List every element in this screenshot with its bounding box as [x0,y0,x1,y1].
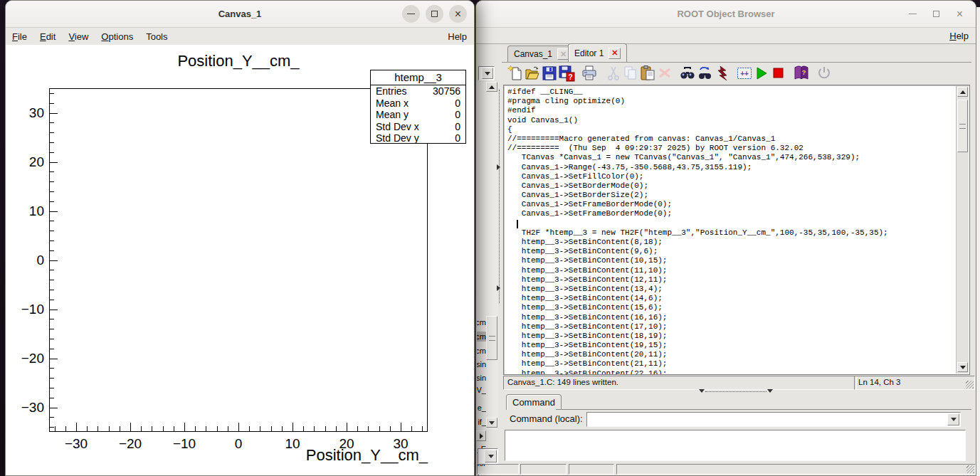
editor-line: Canvas_1->SetFrameBorderMode(0); [507,200,955,209]
toolbar-button-goto-line[interactable] [713,65,730,82]
status-segment [520,464,567,475]
command-input-combobox[interactable] [586,412,961,427]
toolbar-button-paste[interactable] [639,65,656,82]
y-axis-minor-tick [50,231,54,231]
toolbar-button-new-file[interactable] [507,65,524,82]
menu-file[interactable]: File [6,31,33,42]
tab-canvas_1[interactable]: Canvas_1✕ [507,46,576,62]
editor-line: TCanvas *Canvas_1 = new TCanvas("Canvas_… [507,153,955,162]
x-axis-minor-tick [390,426,391,431]
browser-file-list[interactable]: _cm_cm_cmsinsinV_e_if_if_c_Eioriorioron [476,82,498,430]
x-axis-title: Position_Y__cm_ [243,446,428,465]
toolbar-button-help-contents[interactable]: ? [793,65,810,82]
y-axis-minor-tick [50,417,54,418]
root-object-browser-window: ROOT Object Browser × Help _cm_cm_cmsins… [475,0,976,476]
y-tick-label: −10 [6,302,44,317]
goto-line-icon [713,65,730,82]
x-axis-minor-tick [314,426,315,431]
minimize-button[interactable] [402,5,420,23]
splitter-arrow-icon[interactable] [497,164,500,170]
y-axis-minor-tick [50,368,54,369]
menu-edit[interactable]: Edit [33,31,62,42]
toolbar-button-open[interactable] [524,65,541,82]
list-scroll-down-button[interactable] [486,418,497,428]
menu-options[interactable]: Options [95,31,139,42]
resize-grip[interactable] [966,465,974,473]
code-editor[interactable]: #ifdef __CLING__#pragma cling optimize(0… [503,85,970,375]
file-filter-combobox[interactable] [478,66,495,80]
command-output-box[interactable] [505,430,966,461]
stats-box[interactable]: htemp__3 Entries30756Mean x0Mean y0Std D… [370,70,466,144]
scroll-up-button[interactable] [957,87,968,97]
list-scroll-up-button[interactable] [486,82,497,92]
toolbar-button-interrupt[interactable] [770,65,787,82]
editor-line: Canvas_1->SetBorderMode(0); [507,181,955,191]
maximize-button[interactable] [927,5,945,23]
toolbar-button-save-as[interactable]: ? [558,65,575,82]
x-axis-minor-tick [325,426,326,431]
command-frame-line [556,409,971,410]
menu-view[interactable]: View [62,31,95,42]
y-axis-minor-tick [50,339,54,339]
x-tick-label: −30 [55,436,98,452]
close-icon: × [957,9,963,20]
splitter-arrow-icon[interactable] [767,389,773,393]
combobox-dropdown-button[interactable] [485,450,497,462]
draw-option-combobox[interactable] [478,448,498,464]
y-axis-minor-tick [50,300,54,300]
minimize-icon [407,14,415,14]
y-axis-tick [50,260,58,261]
plot-canvas[interactable]: Position_Y__cm_ −30−20−100102030−30−20−1… [6,45,474,475]
list-scrollbar-thumb[interactable] [486,316,497,360]
toolbar-button-execute[interactable] [753,65,770,82]
y-axis-minor-tick [50,142,54,143]
list-item[interactable]: e_ [477,403,486,413]
command-input[interactable] [589,414,946,425]
minimize-button[interactable] [904,5,922,23]
list-item[interactable]: V_ [477,385,486,395]
splitter-arrow-icon[interactable] [699,389,705,393]
x-axis-tick [238,423,239,431]
list-item[interactable]: if_ [477,417,486,427]
stats-value: 0 [455,132,460,144]
y-axis-tick [50,211,58,212]
toolbar-button-find-next[interactable] [696,65,713,82]
tab-editor-1[interactable]: Editor 1✕ [568,43,627,62]
resize-grip[interactable] [966,381,974,388]
tab-close-button[interactable]: ✕ [608,48,621,59]
toolbar-button-compile[interactable]: ++ [736,65,753,82]
close-button[interactable]: × [449,5,467,23]
combobox-dropdown-button[interactable] [482,68,493,79]
menu-tools[interactable]: Tools [139,31,174,42]
tab-command[interactable]: Command [506,394,562,410]
toolbar-button-save[interactable] [541,65,558,82]
editor-text-area[interactable]: #ifdef __CLING__#pragma cling optimize(0… [507,88,955,374]
svg-text:++: ++ [740,70,749,78]
editor-status-message: Canvas_1.C: 149 lines written. [503,376,857,390]
list-scroll-right-button[interactable] [476,430,486,441]
menu-help[interactable]: Help [448,31,474,42]
vertical-splitter[interactable] [499,90,500,303]
maximize-button[interactable] [426,5,443,23]
stats-row: Mean y0 [371,109,465,121]
toolbar-button-find[interactable] [679,65,696,82]
y-tick-label: 0 [6,253,44,268]
splitter-arrow-icon[interactable] [497,285,500,291]
list-item[interactable]: sin [477,359,486,369]
canvas-titlebar[interactable]: Canvas_1 × [6,1,474,28]
list-item[interactable]: _cm [477,317,486,327]
list-item[interactable]: _cm [477,332,486,342]
scrollbar-thumb[interactable] [957,100,968,152]
close-button[interactable]: × [951,5,969,23]
horizontal-splitter[interactable] [705,391,766,392]
editor-scrollbar[interactable] [956,86,969,374]
command-dropdown-button[interactable] [947,413,959,425]
scroll-down-button[interactable] [957,362,968,372]
x-axis-minor-tick [336,426,337,431]
y-axis-minor-tick [50,221,54,221]
menu-help[interactable]: Help [949,31,976,41]
browser-titlebar[interactable]: ROOT Object Browser × [476,1,976,28]
list-item[interactable]: sin [477,373,486,383]
toolbar-button-print[interactable] [581,65,598,82]
list-item[interactable]: _cm [477,346,486,356]
